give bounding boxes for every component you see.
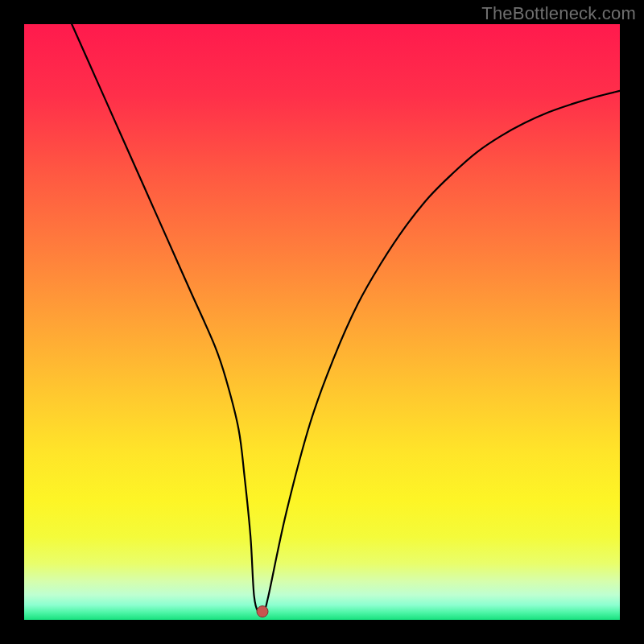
watermark-text: TheBottleneck.com: [481, 3, 636, 24]
plot-area: [24, 24, 620, 620]
chart-frame: TheBottleneck.com: [0, 0, 644, 644]
curve-minimum-marker: [257, 606, 268, 617]
chart-background: [24, 24, 620, 620]
chart-svg: [24, 24, 620, 620]
